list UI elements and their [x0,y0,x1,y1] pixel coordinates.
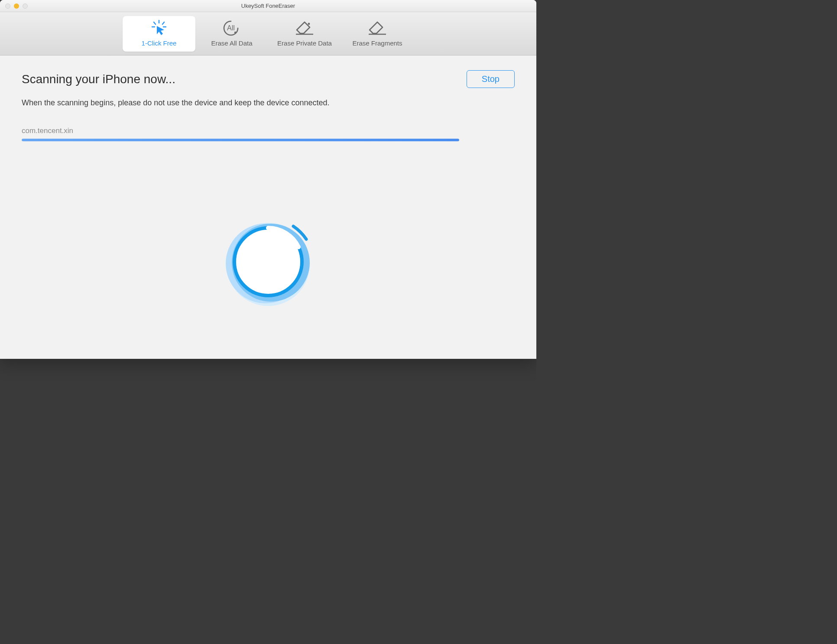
tab-erase-fragments[interactable]: Erase Fragments [341,16,414,52]
window-controls [0,3,28,9]
window-title: UkeySoft FoneEraser [0,3,536,9]
tab-label: Erase Fragments [352,39,402,47]
cursor-click-icon [150,20,168,36]
svg-line-2 [162,22,164,24]
tab-label: 1-Click Free [142,39,177,47]
eraser-fragments-icon [368,20,387,36]
svg-point-6 [234,32,236,33]
progress-fill [22,139,459,141]
page-heading: Scanning your iPhone now... [22,72,175,86]
minimize-window-button[interactable] [14,3,19,9]
eraser-private-icon [295,20,314,36]
svg-text:All: All [227,24,235,32]
progress-bar [22,139,459,141]
main-toolbar: 1-Click Free All Erase All Data [0,12,536,55]
fullscreen-window-button[interactable] [23,3,28,9]
svg-point-8 [308,23,310,25]
close-window-button[interactable] [5,3,10,9]
tab-erase-private-data[interactable]: Erase Private Data [268,16,341,52]
tab-1-click-free[interactable]: 1-Click Free [123,16,195,52]
current-scan-item: com.tencent.xin [22,127,515,135]
svg-line-1 [154,22,156,24]
scanning-spinner-icon [221,216,316,311]
app-window: UkeySoft FoneEraser 1-Click Free [0,0,536,359]
instruction-text: When the scanning begins, please do not … [22,98,515,107]
tab-label: Erase All Data [211,39,252,47]
content-area: Scanning your iPhone now... Stop When th… [0,55,536,359]
tab-label: Erase Private Data [277,39,332,47]
titlebar: UkeySoft FoneEraser [0,0,536,12]
erase-all-icon: All [222,20,241,36]
stop-button[interactable]: Stop [467,70,515,88]
tab-erase-all-data[interactable]: All Erase All Data [195,16,268,52]
